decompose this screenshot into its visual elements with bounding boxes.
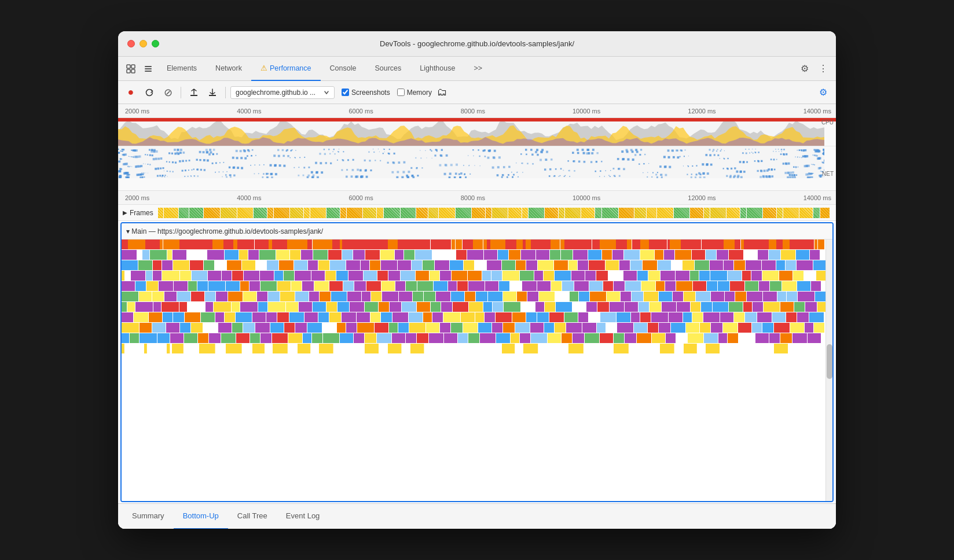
performance-main: 2000 ms 4000 ms 6000 ms 8000 ms 10000 ms… — [118, 104, 836, 529]
tab-lighthouse[interactable]: Lighthouse — [410, 57, 464, 81]
tab-call-tree[interactable]: Call Tree — [228, 504, 277, 529]
tab-event-log[interactable]: Event Log — [277, 504, 329, 529]
layers-icon[interactable] — [140, 61, 156, 77]
tab-console[interactable]: Console — [321, 57, 366, 81]
bottom-time-ruler: 2000 ms 4000 ms 6000 ms 8000 ms 10000 ms… — [118, 191, 836, 205]
clear-button[interactable]: ⊘ — [160, 84, 176, 101]
main-tabs: Elements Network ⚠ Performance Console S… — [157, 57, 797, 81]
traffic-lights — [127, 40, 159, 47]
svg-rect-6 — [145, 71, 152, 72]
tab-elements[interactable]: Elements — [157, 57, 206, 81]
screenshots-checkbox[interactable] — [342, 89, 349, 96]
separator-2 — [225, 87, 226, 98]
svg-rect-4 — [145, 66, 152, 67]
cursor-icon[interactable] — [123, 61, 139, 77]
minimize-button[interactable] — [140, 40, 147, 47]
flame-chart-body[interactable] — [122, 240, 832, 501]
url-selector[interactable]: googlechrome.github.io ... — [230, 86, 335, 99]
devtools-content: Elements Network ⚠ Performance Console S… — [118, 57, 836, 529]
screenshots-checkbox-label[interactable]: Screenshots — [342, 89, 390, 97]
main-panel: 2000 ms 4000 ms 6000 ms 8000 ms 10000 ms… — [118, 191, 836, 503]
performance-toolbar: ● ⊘ — [118, 81, 836, 104]
flame-chart-area: ▾ Main — https://googlechrome.github.io/… — [120, 222, 834, 502]
reload-button[interactable] — [141, 84, 157, 101]
tab-summary[interactable]: Summary — [123, 504, 174, 529]
warning-icon: ⚠ — [260, 64, 267, 72]
svg-rect-1 — [131, 65, 135, 68]
bottom-time-ruler-labels: 2000 ms 4000 ms 6000 ms 8000 ms 10000 ms… — [123, 194, 831, 201]
net-overview: NET — [118, 146, 836, 178]
net-label: NET — [822, 171, 834, 177]
net-chart-canvas — [118, 146, 824, 178]
memory-icon[interactable]: 🗂 — [434, 84, 450, 101]
flame-chart-title: ▾ Main — https://googlechrome.github.io/… — [126, 227, 323, 235]
flame-chart-canvas — [122, 240, 825, 501]
separator-1 — [181, 87, 181, 98]
more-icon[interactable]: ⋮ — [815, 61, 831, 77]
perf-settings-icon[interactable]: ⚙ — [815, 84, 831, 101]
svg-rect-2 — [127, 69, 130, 73]
cpu-red-bar — [118, 118, 836, 121]
frames-bar — [158, 208, 831, 218]
cpu-overview: CPU — [118, 118, 836, 146]
devtools-window: DevTools - googlechrome.github.io/devtoo… — [118, 31, 836, 529]
time-ruler-labels: 2000 ms 4000 ms 6000 ms 8000 ms 10000 ms… — [123, 108, 831, 115]
memory-checkbox-label[interactable]: Memory — [397, 89, 432, 97]
tabs-right-actions: ⚙ ⋮ — [797, 61, 831, 77]
window-title: DevTools - googlechrome.github.io/devtoo… — [380, 39, 574, 48]
scrollbar-thumb[interactable] — [827, 344, 832, 379]
tabs-bar: Elements Network ⚠ Performance Console S… — [118, 57, 836, 81]
flame-chart-header: ▾ Main — https://googlechrome.github.io/… — [122, 223, 832, 240]
tab-more[interactable]: >> — [464, 57, 491, 81]
record-button[interactable]: ● — [123, 84, 139, 101]
timeline-overview: 2000 ms 4000 ms 6000 ms 8000 ms 10000 ms… — [118, 104, 836, 191]
svg-rect-3 — [131, 69, 135, 73]
tab-bottom-up[interactable]: Bottom-Up — [174, 504, 228, 529]
cpu-label: CPU — [821, 119, 834, 126]
frames-label: Frames — [130, 209, 153, 217]
frames-arrow-icon: ▶ — [123, 209, 127, 216]
tab-network[interactable]: Network — [206, 57, 251, 81]
bottom-tabs: Summary Bottom-Up Call Tree Event Log — [118, 503, 836, 529]
settings-icon[interactable]: ⚙ — [797, 61, 813, 77]
scrollbar-track — [825, 240, 832, 501]
download-button[interactable] — [204, 84, 221, 101]
settings-gear: ⚙ — [815, 84, 831, 101]
top-time-ruler: 2000 ms 4000 ms 6000 ms 8000 ms 10000 ms… — [118, 104, 836, 118]
frames-row[interactable]: ▶ Frames — [118, 205, 836, 221]
tab-performance[interactable]: ⚠ Performance — [251, 57, 321, 81]
tab-sources[interactable]: Sources — [365, 57, 410, 81]
titlebar: DevTools - googlechrome.github.io/devtoo… — [118, 31, 836, 57]
upload-button[interactable] — [186, 84, 202, 101]
cpu-chart-canvas — [118, 118, 824, 146]
close-button[interactable] — [127, 40, 135, 47]
memory-checkbox[interactable] — [397, 89, 405, 96]
svg-rect-5 — [145, 68, 152, 69]
frames-canvas — [158, 208, 830, 218]
svg-rect-0 — [127, 65, 130, 68]
maximize-button[interactable] — [152, 40, 159, 47]
